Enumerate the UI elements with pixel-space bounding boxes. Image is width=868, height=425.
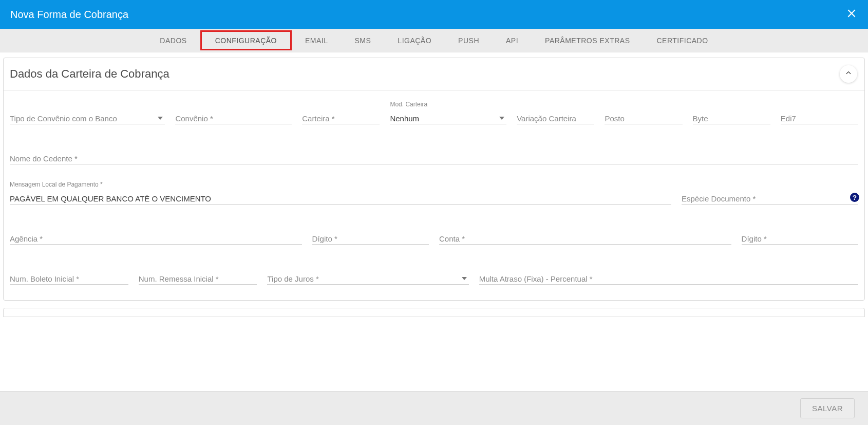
digito-conta-label: Dígito * (742, 234, 858, 243)
carteira-label: Carteira * (302, 114, 380, 123)
dialog-title: Nova Forma de Cobrança (10, 9, 845, 21)
tab-parametros-extras[interactable]: PARÂMETROS EXTRAS (532, 29, 643, 52)
carteira-input[interactable]: Carteira * (302, 109, 380, 124)
variacao-carteira-label: Variação Carteira (517, 114, 594, 123)
tab-bar: DADOS CONFIGURAÇÃO EMAIL SMS LIGAÇÃO PUS… (0, 29, 868, 52)
panel-dados-carteira: Dados da Carteira de Cobrança Tipo de Co… (3, 58, 865, 301)
agencia-label: Agência * (10, 234, 302, 243)
content-scroll[interactable]: Dados da Carteira de Cobrança Tipo de Co… (0, 52, 868, 391)
mod-carteira-select[interactable]: Mod. Carteira Nenhum (390, 109, 506, 124)
convenio-label: Convênio * (175, 114, 292, 123)
svg-marker-4 (462, 277, 467, 280)
tab-email[interactable]: EMAIL (292, 29, 342, 52)
mod-carteira-label: Mod. Carteira (390, 101, 427, 108)
tab-configuracao[interactable]: CONFIGURAÇÃO (200, 30, 292, 50)
num-remessa-inicial-label: Num. Remessa Inicial * (139, 274, 257, 283)
tipo-juros-select[interactable]: Tipo de Juros * (267, 269, 468, 285)
multa-atraso-label: Multa Atraso (Fixa) - Percentual * (479, 274, 858, 283)
tipo-juros-label: Tipo de Juros * (267, 274, 459, 283)
conta-input[interactable]: Conta * (439, 229, 731, 245)
tab-certificado[interactable]: CERTIFICADO (643, 29, 721, 52)
edi7-label: Edi7 (781, 114, 858, 123)
dialog-header: Nova Forma de Cobrança (0, 0, 868, 29)
tab-api[interactable]: API (493, 29, 532, 52)
caret-down-icon (460, 274, 469, 283)
num-boleto-inicial-label: Num. Boleto Inicial * (10, 274, 128, 283)
convenio-input[interactable]: Convênio * (175, 109, 292, 124)
tab-push[interactable]: PUSH (445, 29, 493, 52)
panel-title: Dados da Carteira de Cobrança (10, 67, 840, 81)
mod-carteira-value: Nenhum (390, 114, 497, 123)
chevron-up-icon (845, 69, 852, 79)
posto-label: Posto (605, 114, 682, 123)
svg-marker-2 (158, 117, 163, 120)
posto-input[interactable]: Posto (605, 109, 682, 124)
tipo-convenio-select[interactable]: Tipo de Convênio com o Banco (10, 109, 165, 124)
close-button[interactable] (845, 8, 858, 21)
close-icon (846, 8, 857, 21)
multa-atraso-input[interactable]: Multa Atraso (Fixa) - Percentual * (479, 269, 858, 285)
byte-label: Byte (693, 114, 770, 123)
nome-cedente-input[interactable]: Nome do Cedente * (10, 149, 858, 164)
digito-agencia-input[interactable]: Dígito * (312, 229, 429, 245)
tab-ligacao[interactable]: LIGAÇÃO (384, 29, 445, 52)
mensagem-local-value: PAGÁVEL EM QUALQUER BANCO ATÉ O VENCIMEN… (10, 194, 671, 203)
save-button[interactable]: SALVAR (800, 398, 855, 418)
num-boleto-inicial-input[interactable]: Num. Boleto Inicial * (10, 269, 128, 285)
digito-conta-input[interactable]: Dígito * (742, 229, 858, 245)
digito-agencia-label: Dígito * (312, 234, 429, 243)
svg-marker-3 (499, 117, 504, 120)
especie-documento-label: Espécie Documento * (682, 194, 847, 203)
conta-label: Conta * (439, 234, 731, 243)
panel-collapse-button[interactable] (840, 65, 857, 83)
panel-collapsed-next[interactable] (3, 308, 865, 317)
nome-cedente-label: Nome do Cedente * (10, 154, 858, 163)
especie-documento-input[interactable]: Espécie Documento * ? (682, 189, 858, 205)
caret-down-icon (497, 114, 506, 123)
tipo-convenio-label: Tipo de Convênio com o Banco (10, 114, 156, 123)
tab-dados[interactable]: DADOS (146, 29, 200, 52)
caret-down-icon (156, 114, 165, 123)
mensagem-local-label: Mensagem Local de Pagamento * (10, 181, 103, 188)
variacao-carteira-input[interactable]: Variação Carteira (517, 109, 594, 124)
panel-body: Tipo de Convênio com o Banco Convênio * … (4, 90, 864, 300)
tab-sms[interactable]: SMS (342, 29, 385, 52)
mensagem-local-input[interactable]: Mensagem Local de Pagamento * PAGÁVEL EM… (10, 189, 671, 205)
help-icon[interactable]: ? (850, 193, 859, 202)
num-remessa-inicial-input[interactable]: Num. Remessa Inicial * (139, 269, 257, 285)
agencia-input[interactable]: Agência * (10, 229, 302, 245)
panel-header: Dados da Carteira de Cobrança (4, 58, 864, 90)
byte-input[interactable]: Byte (693, 109, 770, 124)
dialog-footer: SALVAR (0, 391, 868, 425)
edi7-input[interactable]: Edi7 (781, 109, 858, 124)
